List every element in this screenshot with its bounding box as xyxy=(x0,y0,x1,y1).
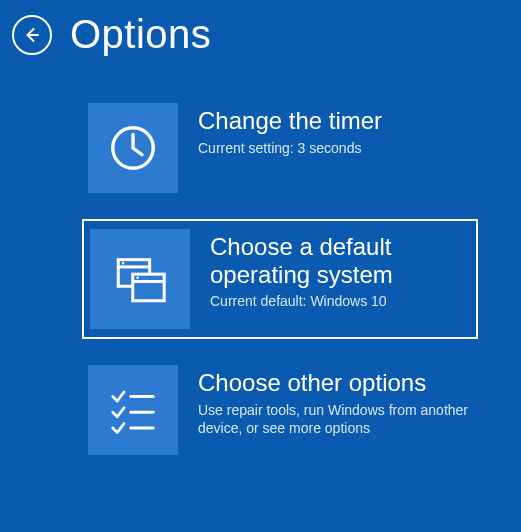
back-button[interactable] xyxy=(12,15,52,55)
option-text: Choose a default operating system Curren… xyxy=(210,229,470,310)
back-arrow-icon xyxy=(23,26,41,44)
options-list: Change the timer Current setting: 3 seco… xyxy=(0,57,521,461)
option-default-os[interactable]: Choose a default operating system Curren… xyxy=(82,219,478,339)
windows-icon xyxy=(111,250,169,308)
checklist-icon xyxy=(106,383,160,437)
option-change-timer[interactable]: Change the timer Current setting: 3 seco… xyxy=(82,97,478,199)
option-title: Choose other options xyxy=(198,369,472,397)
svg-point-6 xyxy=(122,262,124,264)
header: Options xyxy=(0,0,521,57)
tile-change-timer xyxy=(88,103,178,193)
svg-line-3 xyxy=(133,148,142,155)
option-title: Change the timer xyxy=(198,107,472,135)
tile-default-os xyxy=(90,229,190,329)
option-text: Choose other options Use repair tools, r… xyxy=(198,365,472,437)
tile-other-options xyxy=(88,365,178,455)
option-text: Change the timer Current setting: 3 seco… xyxy=(198,103,472,157)
option-subtitle: Current default: Windows 10 xyxy=(210,292,470,310)
clock-icon xyxy=(106,121,160,175)
option-other-options[interactable]: Choose other options Use repair tools, r… xyxy=(82,359,478,461)
page-title: Options xyxy=(70,12,211,57)
option-title: Choose a default operating system xyxy=(210,233,470,288)
option-subtitle: Use repair tools, run Windows from anoth… xyxy=(198,401,472,437)
svg-point-9 xyxy=(136,277,138,279)
option-subtitle: Current setting: 3 seconds xyxy=(198,139,472,157)
